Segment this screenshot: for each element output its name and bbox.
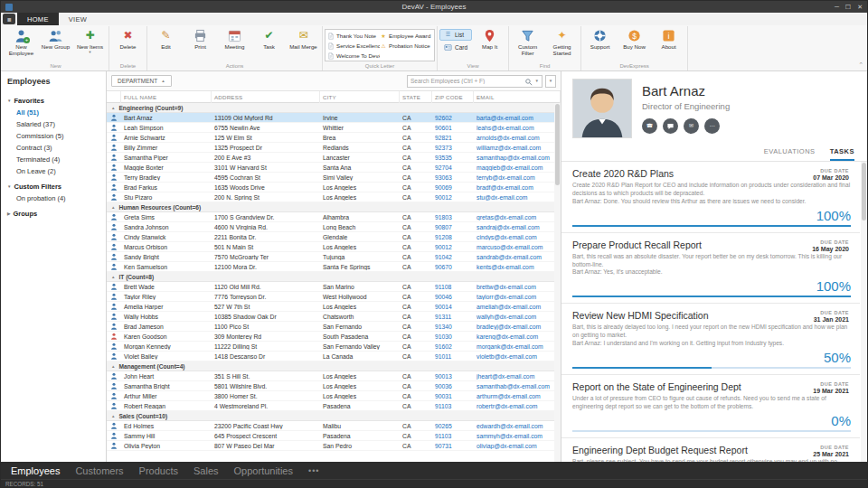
minimize-button[interactable]: ─	[835, 4, 839, 11]
phone-button[interactable]: ☎	[642, 118, 657, 134]
more-button[interactable]: ⋯	[704, 118, 720, 134]
email-link[interactable]: jheart@dx-email.com	[474, 373, 561, 380]
zip-code-link[interactable]: 91030	[432, 333, 474, 340]
email-link[interactable]: sammyh@dx-email.com	[474, 433, 561, 439]
email-link[interactable]: bradf@dx-email.com	[474, 184, 561, 191]
sidebar-section-groups[interactable]: ▶Groups	[1, 208, 106, 220]
ribbon-tab-home[interactable]: HOME	[17, 13, 59, 25]
email-link[interactable]: samanthab@dx-email.com	[474, 383, 561, 389]
zip-code-link[interactable]: 91042	[432, 254, 474, 260]
quick-letter-service-excellence[interactable]: Service Excellence	[327, 42, 380, 50]
column-header-zip-code[interactable]: ZIP CODE	[432, 91, 474, 103]
custom-filter-button[interactable]: Custom Filter	[511, 27, 544, 56]
email-link[interactable]: taylorr@dx-email.com	[474, 294, 561, 300]
card-button[interactable]: Card	[439, 42, 472, 53]
email-link[interactable]: ameliah@dx-email.com	[474, 304, 561, 310]
nav-opportunities[interactable]: Opportunities	[234, 465, 293, 476]
email-link[interactable]: arnolds@dx-email.com	[474, 135, 561, 141]
zip-code-link[interactable]: 92704	[432, 164, 474, 171]
zip-code-link[interactable]: 91311	[432, 314, 474, 320]
zip-code-link[interactable]: 90012	[432, 194, 474, 201]
list-button[interactable]: ☰List	[439, 29, 472, 41]
table-row[interactable]: Bart Arnaz13109 Old Myford RdIrvineCA926…	[107, 113, 561, 123]
email-link[interactable]: stu@dx-email.com	[474, 194, 561, 201]
zip-code-link[interactable]: 90069	[432, 184, 474, 191]
email-link[interactable]: sandraj@dx-email.com	[474, 224, 561, 230]
table-row[interactable]: Brad Farkus1635 Woods DriveLos AngelesCA…	[107, 183, 561, 192]
column-header-address[interactable]: ADDRESS	[212, 91, 320, 103]
table-row[interactable]: Ed Holmes23200 Pacific Coast HwyMalibuCA…	[107, 421, 561, 431]
table-row[interactable]: Maggie Boxter3101 W Harvard StSanta AnaC…	[107, 163, 561, 173]
task-item[interactable]: Report on the State of Engineering DeptD…	[561, 375, 860, 438]
zip-code-link[interactable]: 90807	[432, 224, 474, 230]
nav-customers[interactable]: Customers	[75, 465, 123, 476]
zip-code-link[interactable]: 90265	[432, 423, 474, 429]
zip-code-link[interactable]: 91103	[432, 433, 474, 439]
task-item[interactable]: Prepare Product Recall ReportDUE DATE16 …	[561, 233, 860, 305]
email-link[interactable]: marcuso@dx-email.com	[474, 244, 561, 250]
email-link[interactable]: cindys@dx-email.com	[474, 234, 561, 240]
sidebar-section-custom-filters[interactable]: ▼Custom Filters	[1, 181, 106, 192]
nav-products[interactable]: Products	[139, 465, 178, 476]
sidebar-item-on-leave[interactable]: On Leave (2)	[1, 165, 106, 177]
task-item[interactable]: Engineering Dept Budget Request ReportDU…	[561, 438, 860, 462]
quick-letter-employee-award[interactable]: ★Employee Award	[380, 33, 432, 40]
ribbon-tab-view[interactable]: VIEW	[59, 13, 97, 25]
sidebar-section-favorites[interactable]: ▼Favorites	[1, 95, 106, 107]
group-row-it[interactable]: ▲IT (Count=8)	[107, 272, 561, 282]
zip-code-link[interactable]: 90046	[432, 294, 474, 300]
table-row[interactable]: Karen Goodson309 Monterey RdSouth Pasade…	[107, 332, 561, 342]
task-item[interactable]: Create 2020 R&D PlansDUE DATE07 Mar 2020…	[561, 162, 860, 233]
zip-code-link[interactable]: 91103	[432, 403, 474, 409]
chat-button[interactable]	[663, 118, 678, 134]
zip-code-link[interactable]: 90036	[432, 383, 474, 389]
table-row[interactable]: Stu Pizaro200 N. Spring StLos AngelesCA9…	[107, 192, 561, 202]
zip-code-link[interactable]: 90012	[432, 244, 474, 250]
table-row[interactable]: Ken Samuelson12100 Mora Dr.Santa Fe Spri…	[107, 262, 561, 272]
table-row[interactable]: Violet Bailey1418 Descanso DrLa CanadaCA…	[107, 352, 561, 361]
table-row[interactable]: Billy Zimmer1325 Prospect DrRedlandsCA92…	[107, 143, 561, 153]
print-button[interactable]: Print	[184, 27, 217, 50]
sidebar-item-salaried[interactable]: Salaried (37)	[1, 118, 106, 130]
quick-letter-probation-notice[interactable]: ⚠Probation Notice	[380, 42, 432, 50]
new-employee-button[interactable]: +New Employee	[5, 27, 38, 56]
table-row[interactable]: Amelia Harper527 W 7th StLos AngelesCA90…	[107, 302, 561, 312]
column-header-full-name[interactable]: FULL NAME	[121, 91, 212, 103]
email-link[interactable]: morgank@dx-email.com	[474, 343, 561, 350]
email-link[interactable]: sandrab@dx-email.com	[474, 254, 561, 260]
zip-code-link[interactable]: 92821	[432, 135, 474, 141]
zip-code-link[interactable]: 91208	[432, 234, 474, 240]
new-items-button[interactable]: ✚New Items▼	[73, 27, 107, 55]
zip-code-link[interactable]: 92602	[432, 115, 474, 121]
support-button[interactable]: Support	[583, 27, 617, 50]
table-row[interactable]: Arthur Miller3800 Homer St.Los AngelesCA…	[107, 391, 561, 401]
email-link[interactable]: kents@dx-email.com	[474, 264, 561, 270]
table-row[interactable]: Wally Hobbs10385 Shadow Oak DrChatsworth…	[107, 312, 561, 322]
email-link[interactable]: edwardh@dx-email.com	[474, 423, 561, 429]
table-row[interactable]: Greta Sims1700 S Grandview Dr.AlhambraCA…	[107, 212, 561, 222]
nav-sales[interactable]: Sales	[193, 465, 219, 476]
table-row[interactable]: Samantha Bright5801 Wilshire Blvd.Los An…	[107, 381, 561, 391]
maximize-button[interactable]: ☐	[845, 4, 851, 11]
table-row[interactable]: Arnie Schwartz125 W Elm StBreaCA92821arn…	[107, 133, 561, 143]
email-link[interactable]: wallyh@dx-email.com	[474, 314, 561, 320]
group-by-department[interactable]: DEPARTMENT ▲	[111, 75, 172, 87]
zip-code-link[interactable]: 91602	[432, 343, 474, 350]
quick-letter-welcome-to-devav[interactable]: Welcome To DevAV	[327, 52, 380, 60]
mail-merge-button[interactable]: ✉Mail Merge	[287, 27, 320, 50]
table-row[interactable]: Cindy Stanwick2211 Bonita Dr.GlendaleCA9…	[107, 232, 561, 242]
zip-code-link[interactable]: 93535	[432, 155, 474, 161]
table-row[interactable]: Sandy Bright7570 McGroarty TerTujungaCA9…	[107, 252, 561, 262]
zip-code-link[interactable]: 90014	[432, 304, 474, 310]
table-row[interactable]: Leah Simpson6755 Newlin AveWhittierCA906…	[107, 123, 561, 133]
tab-evaluations[interactable]: EVALUATIONS	[764, 147, 816, 161]
zip-code-link[interactable]: 91803	[432, 214, 474, 221]
mail-button[interactable]: ✉	[684, 118, 699, 134]
sidebar-item-contract[interactable]: Contract (3)	[1, 142, 106, 154]
email-link[interactable]: bradleyj@dx-email.com	[474, 324, 561, 330]
table-row[interactable]: Marcus Orbison501 N Main StLos AngelesCA…	[107, 242, 561, 252]
table-row[interactable]: Morgan Kennedy11222 Dilling StSan Fernan…	[107, 342, 561, 352]
task-item[interactable]: Review New HDMI SpecificationDUE DATE31 …	[561, 304, 860, 375]
collapse-ribbon-icon[interactable]: ⌃	[858, 61, 863, 69]
email-link[interactable]: leahs@dx-email.com	[474, 125, 561, 131]
